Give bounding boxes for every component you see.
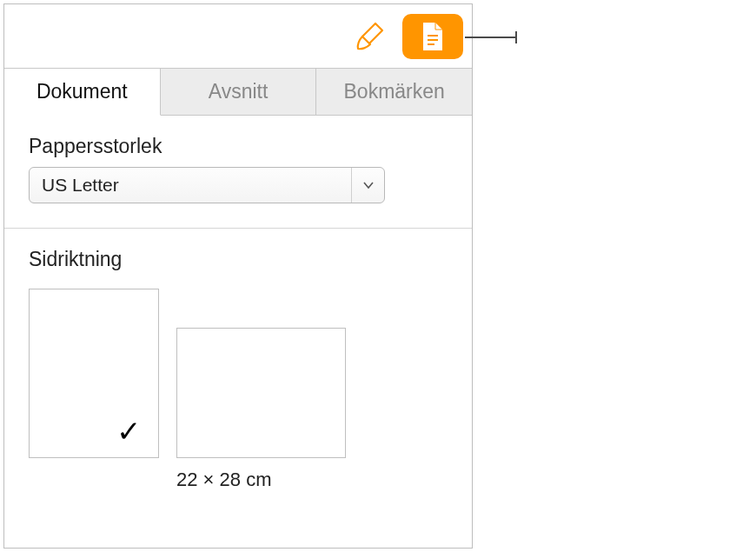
tab-document[interactable]: Dokument [4,69,161,116]
paper-size-select[interactable]: US Letter [29,167,385,203]
tab-document-label: Dokument [36,80,128,103]
orientation-options: ✓ [29,289,448,458]
toolbar [4,4,472,69]
inspector-panel: Dokument Avsnitt Bokmärken Pappersstorle… [3,3,473,549]
tab-content: Pappersstorlek US Letter Sidriktning ✓ 2… [4,116,472,548]
orientation-label: Sidriktning [29,248,448,271]
tab-bookmarks[interactable]: Bokmärken [316,69,472,116]
paintbrush-icon[interactable] [352,19,387,54]
divider [4,228,473,229]
orientation-landscape[interactable] [176,328,346,458]
tab-bar: Dokument Avsnitt Bokmärken [4,69,472,116]
document-button[interactable] [402,14,463,59]
document-icon [420,21,446,52]
chevron-down-icon [351,168,384,203]
orientation-portrait[interactable]: ✓ [29,289,159,458]
callout-line [465,37,517,38]
paper-size-value: US Letter [30,175,351,196]
orientation-dimensions: 22 × 28 cm [176,469,448,491]
tab-section-label: Avsnitt [209,80,269,103]
paper-size-label: Pappersstorlek [29,135,448,158]
callout-tick [515,31,517,43]
checkmark-icon: ✓ [116,414,141,449]
tab-bookmarks-label: Bokmärken [344,80,445,103]
tab-section[interactable]: Avsnitt [161,69,317,116]
